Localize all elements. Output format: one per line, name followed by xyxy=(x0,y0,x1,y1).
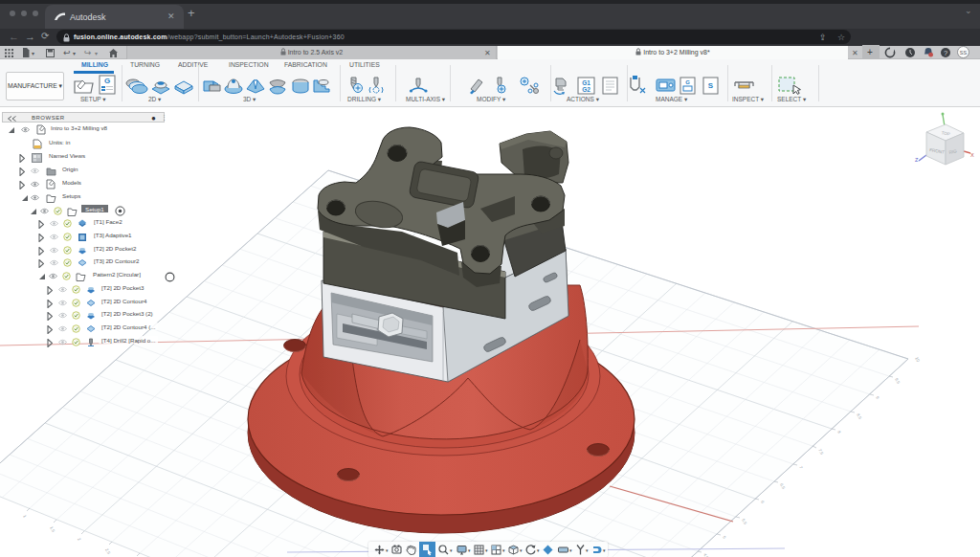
svg-text:5: 5 xyxy=(722,535,727,540)
svg-text:2.5: 2.5 xyxy=(104,547,112,555)
svg-text:6: 6 xyxy=(760,500,766,504)
svg-text:9: 9 xyxy=(875,395,880,400)
svg-text:G: G xyxy=(685,79,690,85)
svg-text:1.5: 1.5 xyxy=(49,525,56,533)
svg-text:G1: G1 xyxy=(582,79,590,86)
svg-text:6.5: 6.5 xyxy=(779,482,787,490)
svg-text:10: 10 xyxy=(914,356,921,363)
svg-text:8: 8 xyxy=(836,430,842,434)
svg-text:8.5: 8.5 xyxy=(856,412,863,420)
svg-text:9.5: 9.5 xyxy=(894,377,902,385)
svg-text:2: 2 xyxy=(77,537,82,542)
svg-text:5.5: 5.5 xyxy=(741,518,748,525)
svg-text:S: S xyxy=(708,81,714,90)
svg-text:1: 1 xyxy=(22,514,28,519)
svg-text:7.5: 7.5 xyxy=(817,448,825,456)
svg-text:G2: G2 xyxy=(582,86,590,93)
svg-text:G: G xyxy=(104,77,110,85)
svg-text:Z: Z xyxy=(915,157,919,163)
svg-text:7: 7 xyxy=(798,465,804,470)
svg-text:?: ? xyxy=(944,49,947,57)
svg-text:X: X xyxy=(970,152,974,158)
svg-text:4.5: 4.5 xyxy=(702,552,710,557)
